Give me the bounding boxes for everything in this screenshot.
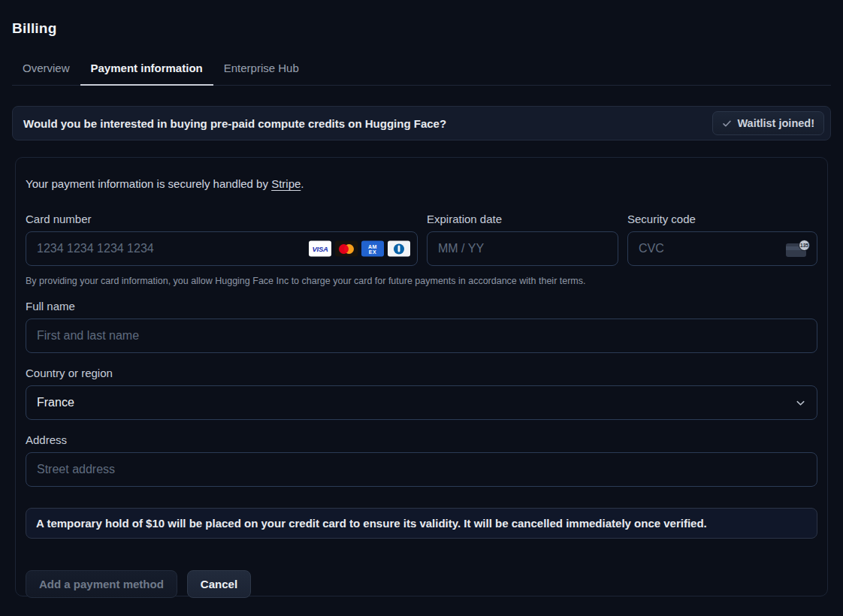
form-actions: Add a payment method Cancel bbox=[26, 570, 817, 598]
full-name-label: Full name bbox=[26, 300, 817, 313]
stripe-intro-text: Your payment information is securely han… bbox=[26, 177, 271, 190]
country-field: Country or region France bbox=[26, 367, 817, 420]
temporary-hold-notice: A temporary hold of $10 will be placed o… bbox=[26, 508, 817, 539]
visa-icon-label: VISA bbox=[313, 245, 328, 253]
country-label: Country or region bbox=[26, 367, 817, 379]
card-terms-disclaimer: By providing your card information, you … bbox=[26, 276, 817, 286]
address-field: Address bbox=[26, 433, 817, 487]
expiration-date-label: Expiration date bbox=[427, 213, 618, 225]
page-title: Billing bbox=[12, 20, 831, 37]
mastercard-icon bbox=[335, 241, 358, 257]
card-fields-row: Card number VISA AM EX bbox=[26, 213, 817, 266]
security-code-label: Security code bbox=[627, 213, 817, 225]
full-name-field: Full name bbox=[26, 300, 817, 353]
amex-icon-label-top: AM bbox=[368, 243, 377, 249]
amex-icon: AM EX bbox=[361, 241, 384, 257]
tab-payment-information[interactable]: Payment information bbox=[80, 62, 213, 86]
visa-icon: VISA bbox=[309, 241, 331, 257]
payment-method-panel: Your payment information is securely han… bbox=[15, 157, 828, 596]
stripe-intro-period: . bbox=[301, 177, 304, 190]
country-select[interactable]: France bbox=[26, 385, 817, 420]
cancel-button[interactable]: Cancel bbox=[187, 570, 251, 598]
stripe-intro: Your payment information is securely han… bbox=[26, 177, 817, 190]
billing-tabs: Overview Payment information Enterprise … bbox=[12, 62, 831, 86]
card-number-field: Card number VISA AM EX bbox=[26, 213, 418, 266]
waitlist-joined-button[interactable]: Waitlist joined! bbox=[712, 111, 824, 135]
chevron-down-icon bbox=[795, 397, 806, 409]
expiration-date-input[interactable] bbox=[427, 231, 618, 266]
stripe-link[interactable]: Stripe bbox=[271, 177, 301, 190]
waitlist-button-label: Waitlist joined! bbox=[737, 117, 814, 129]
expiration-date-field: Expiration date bbox=[427, 213, 618, 266]
diners-icon bbox=[388, 241, 410, 257]
full-name-input[interactable] bbox=[26, 319, 817, 353]
banner-question: Would you be interested in buying pre-pa… bbox=[23, 117, 446, 130]
address-input[interactable] bbox=[26, 452, 817, 487]
security-code-field: Security code 135 bbox=[627, 213, 817, 266]
card-number-label: Card number bbox=[26, 213, 418, 225]
tab-enterprise-hub[interactable]: Enterprise Hub bbox=[213, 62, 310, 86]
check-icon bbox=[722, 119, 732, 128]
amex-icon-label-bottom: EX bbox=[369, 249, 376, 254]
country-selected-value: France bbox=[37, 396, 74, 409]
cvc-card-icon: 135 bbox=[786, 240, 810, 258]
card-brand-icons: VISA AM EX bbox=[309, 241, 410, 257]
billing-page: Billing Overview Payment information Ent… bbox=[0, 20, 843, 596]
tab-overview[interactable]: Overview bbox=[12, 62, 80, 86]
add-payment-method-button[interactable]: Add a payment method bbox=[26, 570, 177, 598]
cvc-badge: 135 bbox=[799, 240, 810, 251]
address-label: Address bbox=[26, 433, 817, 446]
compute-credits-banner: Would you be interested in buying pre-pa… bbox=[12, 106, 831, 140]
